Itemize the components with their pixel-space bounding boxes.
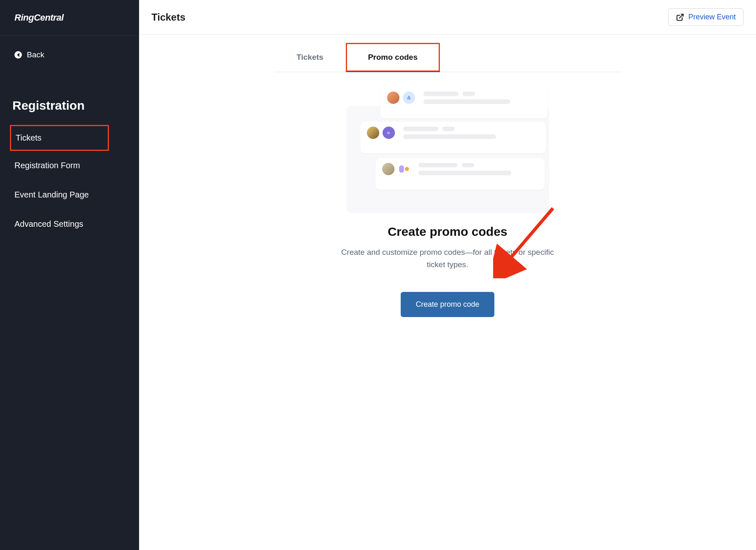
- preview-event-button[interactable]: Preview Event: [668, 8, 744, 26]
- tab-promo-codes[interactable]: Promo codes: [346, 43, 440, 72]
- cta-label: Create promo code: [416, 300, 479, 308]
- sidebar-section-title: Registration: [0, 74, 139, 125]
- svg-line-0: [679, 14, 683, 18]
- sidebar-item-label: Registration Form: [14, 161, 80, 170]
- sidebar-item-registration-form[interactable]: Registration Form: [0, 151, 139, 180]
- brand-logo: RingCentral: [14, 12, 125, 23]
- sidebar-item-label: Advanced Settings: [14, 219, 83, 228]
- tab-label: Promo codes: [368, 53, 418, 61]
- hero-description: Create and customize promo codes—for all…: [340, 246, 555, 271]
- back-link[interactable]: Back: [0, 36, 139, 74]
- logo-area: RingCentral: [0, 0, 139, 35]
- page-header: Tickets Preview Event: [139, 0, 756, 35]
- back-arrow-icon: [14, 51, 22, 59]
- sidebar-item-event-landing-page[interactable]: Event Landing Page: [0, 180, 139, 209]
- sidebar-item-label: Event Landing Page: [14, 190, 89, 199]
- tabs-container: Tickets Promo codes: [274, 43, 621, 72]
- page-title: Tickets: [151, 12, 185, 23]
- sidebar-item-advanced-settings[interactable]: Advanced Settings: [0, 209, 139, 239]
- tab-label: Tickets: [297, 53, 324, 61]
- content-area: Tickets Promo codes ⋔: [139, 35, 756, 338]
- promo-codes-illustration: ⋔ ≈: [345, 85, 551, 212]
- sidebar-item-label: Tickets: [16, 133, 42, 142]
- main-content: Tickets Preview Event Tickets Promo code…: [139, 0, 756, 550]
- hero-section: ⋔ ≈: [303, 72, 592, 329]
- hero-title: Create promo codes: [303, 225, 592, 239]
- back-label: Back: [27, 50, 44, 59]
- create-promo-code-button[interactable]: Create promo code: [401, 292, 494, 317]
- external-link-icon: [676, 13, 684, 21]
- sidebar-item-tickets[interactable]: Tickets: [10, 125, 109, 151]
- preview-event-label: Preview Event: [688, 13, 736, 21]
- tab-tickets[interactable]: Tickets: [274, 43, 346, 72]
- sidebar: RingCentral Back Registration Tickets Re…: [0, 0, 139, 550]
